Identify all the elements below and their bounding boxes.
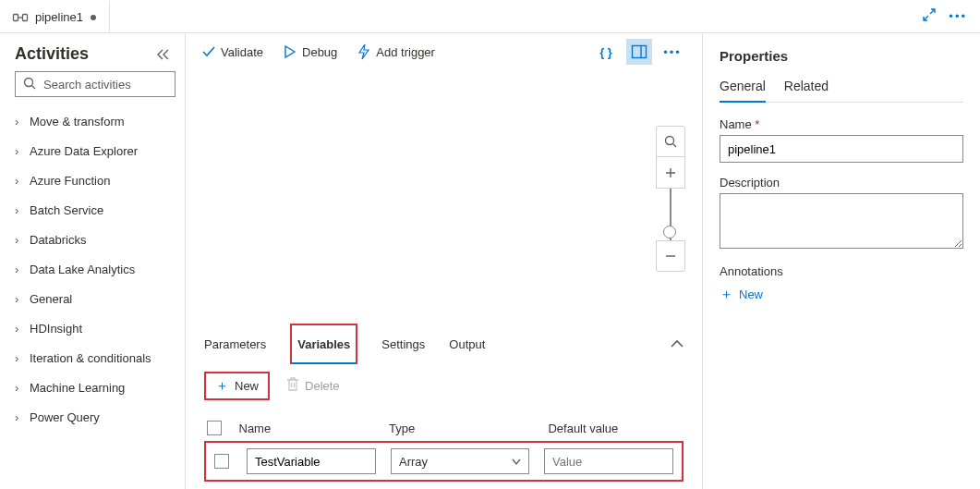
chevron-right-icon: › bbox=[15, 115, 22, 128]
description-label: Description bbox=[720, 176, 963, 189]
chevron-right-icon: › bbox=[15, 351, 22, 365]
sidebar-item-databricks[interactable]: ›Databricks bbox=[15, 225, 175, 254]
name-label: Name bbox=[720, 117, 963, 131]
lightning-icon bbox=[357, 44, 370, 59]
trash-icon bbox=[286, 377, 299, 395]
select-all-checkbox[interactable] bbox=[207, 421, 222, 435]
sidebar-item-general[interactable]: ›General bbox=[15, 284, 175, 313]
chevron-right-icon: › bbox=[15, 322, 22, 336]
annotations-label: Annotations bbox=[720, 264, 963, 278]
zoom-out-button[interactable] bbox=[656, 240, 685, 272]
search-input[interactable] bbox=[42, 77, 200, 92]
toolbar-more-icon[interactable]: ••• bbox=[659, 39, 685, 65]
svg-point-2 bbox=[25, 78, 33, 86]
more-icon[interactable]: ••• bbox=[949, 9, 967, 23]
sidebar-item-iteration-conditionals[interactable]: ›Iteration & conditionals bbox=[15, 343, 175, 373]
chevron-right-icon: › bbox=[15, 410, 22, 424]
zoom-slider-track[interactable] bbox=[670, 189, 671, 240]
tab-parameters[interactable]: Parameters bbox=[204, 324, 266, 364]
variable-type-select[interactable]: Array bbox=[391, 448, 529, 474]
validate-button[interactable]: Validate bbox=[202, 45, 263, 59]
activities-sidebar: Activities ›Move & transform ›Azure Data… bbox=[0, 33, 185, 489]
chevron-right-icon: › bbox=[15, 174, 22, 188]
chevron-right-icon: › bbox=[15, 381, 22, 395]
tab-title: pipeline1 bbox=[35, 10, 83, 24]
bottom-tabs: Parameters Variables Settings Output bbox=[186, 324, 702, 364]
code-braces-icon[interactable]: { } bbox=[593, 39, 619, 65]
variables-table: Name Type Default value Array bbox=[186, 408, 702, 489]
svg-point-4 bbox=[666, 137, 674, 145]
properties-panel-toggle[interactable] bbox=[626, 39, 652, 65]
sidebar-item-move-transform[interactable]: ›Move & transform bbox=[15, 106, 175, 136]
properties-title: Properties bbox=[720, 48, 963, 64]
svg-rect-0 bbox=[14, 14, 18, 20]
variables-toolbar: ＋ New Delete bbox=[186, 364, 702, 408]
svg-rect-1 bbox=[23, 14, 28, 20]
delete-variable-button: Delete bbox=[286, 377, 340, 395]
chevron-right-icon: › bbox=[15, 263, 22, 276]
check-icon bbox=[202, 46, 215, 57]
variables-header-row: Name Type Default value bbox=[204, 415, 684, 441]
zoom-slider-knob[interactable] bbox=[663, 226, 676, 238]
zoom-in-button[interactable] bbox=[656, 157, 685, 189]
sidebar-item-data-lake-analytics[interactable]: ›Data Lake Analytics bbox=[15, 254, 175, 284]
properties-tab-related[interactable]: Related bbox=[784, 79, 829, 102]
search-icon bbox=[23, 77, 36, 92]
properties-panel: Properties General Related Name Descript… bbox=[703, 33, 980, 489]
tab-pipeline1[interactable]: pipeline1 bbox=[0, 0, 110, 32]
tab-variables[interactable]: Variables bbox=[290, 324, 357, 364]
fit-to-screen-button[interactable] bbox=[656, 126, 685, 157]
plus-icon: ＋ bbox=[215, 377, 229, 395]
tab-settings[interactable]: Settings bbox=[381, 324, 425, 364]
zoom-control bbox=[656, 126, 685, 272]
sidebar-item-hdinsight[interactable]: ›HDInsight bbox=[15, 313, 175, 343]
chevron-right-icon: › bbox=[15, 292, 22, 306]
pipeline-canvas[interactable] bbox=[186, 70, 702, 324]
unsaved-dot-icon bbox=[91, 15, 96, 20]
play-icon bbox=[284, 45, 296, 58]
expand-icon[interactable] bbox=[923, 8, 936, 24]
chevron-right-icon: › bbox=[15, 144, 22, 158]
properties-tab-general[interactable]: General bbox=[720, 79, 766, 103]
sidebar-item-azure-data-explorer[interactable]: ›Azure Data Explorer bbox=[15, 136, 175, 165]
sidebar-item-power-query[interactable]: ›Power Query bbox=[15, 402, 175, 432]
collapse-panel-icon[interactable] bbox=[671, 337, 684, 351]
chevron-down-icon bbox=[512, 455, 521, 469]
sidebar-item-machine-learning[interactable]: ›Machine Learning bbox=[15, 373, 175, 402]
sidebar-item-batch-service[interactable]: ›Batch Service bbox=[15, 195, 175, 225]
canvas-toolbar: Validate Debug Add trigger { } ••• bbox=[186, 33, 702, 70]
col-header-default: Default value bbox=[548, 422, 684, 435]
variable-name-input[interactable] bbox=[247, 448, 376, 474]
tab-output[interactable]: Output bbox=[449, 324, 485, 364]
properties-tabs: General Related bbox=[720, 79, 963, 103]
tab-bar: pipeline1 ••• bbox=[0, 0, 980, 33]
debug-button[interactable]: Debug bbox=[284, 45, 337, 59]
sidebar-item-azure-function[interactable]: ›Azure Function bbox=[15, 165, 175, 195]
new-variable-button[interactable]: ＋ New bbox=[204, 372, 270, 400]
row-checkbox[interactable] bbox=[214, 454, 229, 469]
pipeline-icon bbox=[13, 11, 28, 24]
svg-rect-3 bbox=[633, 46, 647, 58]
col-header-name: Name bbox=[239, 422, 375, 435]
plus-icon: ＋ bbox=[720, 286, 733, 303]
collapse-sidebar-icon[interactable] bbox=[157, 49, 175, 60]
variable-row: Array bbox=[204, 441, 684, 482]
sidebar-title: Activities bbox=[15, 44, 89, 64]
variable-value-input[interactable] bbox=[544, 448, 673, 474]
search-activities[interactable] bbox=[15, 71, 175, 97]
new-annotation-button[interactable]: ＋ New bbox=[720, 286, 763, 303]
name-input[interactable] bbox=[720, 135, 963, 163]
col-header-type: Type bbox=[389, 422, 533, 435]
add-trigger-button[interactable]: Add trigger bbox=[357, 44, 435, 59]
chevron-right-icon: › bbox=[15, 203, 22, 217]
chevron-right-icon: › bbox=[15, 233, 22, 247]
description-textarea[interactable] bbox=[720, 193, 963, 249]
